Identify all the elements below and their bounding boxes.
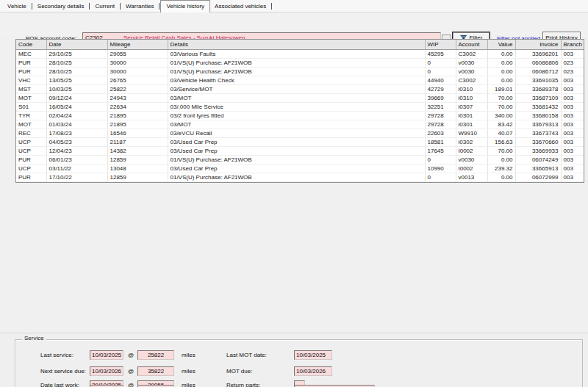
cell-invoice: 06086712	[515, 67, 561, 76]
cell-wip: 32251	[425, 102, 456, 111]
history-row[interactable]: VHC 13/05/25 26765 03/Vehicle Health Che…	[16, 76, 584, 84]
cell-mileage: 21187	[107, 137, 168, 146]
tab-current[interactable]: Current	[90, 1, 119, 12]
cell-value: 40.07	[487, 129, 515, 137]
cell-account: i0301	[456, 111, 487, 120]
miles-unit-label: miles	[182, 352, 196, 358]
cell-value: 0.00	[487, 49, 515, 58]
cell-mileage: 22634	[107, 102, 168, 111]
last-mot-date-input[interactable]: 10/03/2025	[294, 350, 332, 360]
cell-branch: 003	[561, 129, 584, 137]
cell-wip: 18581	[425, 137, 456, 146]
service-groupbox-legend: Service	[22, 335, 46, 341]
miles-unit-label: miles	[182, 382, 196, 387]
history-row[interactable]: PUR 28/10/25 30000 01/VS(U) Purchase: AF…	[16, 67, 584, 76]
cell-invoice: 33665913	[515, 164, 561, 173]
cell-date: 28/10/25	[46, 58, 107, 67]
cell-details: 03/,000 Mile Service	[168, 102, 425, 111]
cell-account: C3002	[456, 49, 487, 58]
cell-value: 0.00	[487, 173, 515, 181]
cell-branch: 003	[561, 111, 584, 120]
last-service-date-input[interactable]: 10/03/2025	[90, 350, 123, 360]
mot-due-input[interactable]: 10/03/2026	[294, 366, 332, 376]
history-row[interactable]: UCP 04/05/23 21187 03/Used Car Prep 1858…	[16, 137, 584, 146]
column-header-invoice[interactable]: Invoice	[515, 40, 561, 49]
cell-code: VHC	[16, 76, 46, 84]
cell-date: 04/05/23	[46, 137, 107, 146]
cell-branch: 003	[561, 76, 584, 84]
cell-value: 0.00	[487, 67, 515, 76]
cell-details: 03/MOT	[168, 120, 425, 129]
cell-mileage: 16546	[107, 129, 168, 137]
history-row[interactable]: PUR 06/01/23 12859 01/VS(U) Purchase: AF…	[16, 155, 584, 164]
column-header-branch[interactable]: Branch	[561, 40, 584, 49]
cell-date: 29/10/25	[46, 49, 107, 58]
history-row[interactable]: UCP 12/04/23 14382 03/Used Car Prep 1764…	[16, 146, 584, 155]
cell-details: 03/MOT	[168, 93, 425, 102]
cell-invoice: 33696201	[515, 49, 561, 58]
tab-separator	[32, 3, 32, 10]
cell-date: 03/11/22	[46, 164, 107, 173]
cell-wip: 0	[425, 155, 456, 164]
history-row[interactable]: MOT 01/03/24 21895 03/MOT 29728 i0301 83…	[16, 120, 584, 129]
cell-value: 0.00	[487, 76, 515, 84]
column-header-mileage[interactable]: Mileage	[107, 40, 168, 49]
history-row[interactable]: PUR 28/10/25 30000 01/VS(U) Purchase: AF…	[16, 58, 584, 67]
cell-details: 01/VS(U) Purchase: AF21WOB	[168, 155, 425, 164]
next-service-due-label: Next service due:	[40, 368, 86, 375]
cell-value: 70.00	[487, 93, 515, 102]
cell-mileage: 30000	[107, 67, 168, 76]
tab-vehicle-history[interactable]: Vehicle history	[160, 0, 210, 12]
cell-details: 01/VS(U) Purchase: AF21WOB	[168, 58, 425, 67]
tab-associated-vehicles[interactable]: Associated vehicles	[210, 1, 270, 12]
cell-value: 0.00	[487, 155, 515, 164]
column-header-account[interactable]: Account	[456, 40, 487, 49]
cell-account: i0310	[456, 93, 487, 102]
cell-mileage: 24943	[107, 93, 168, 102]
cell-date: 09/12/24	[46, 93, 107, 102]
cell-wip: 42729	[425, 84, 456, 93]
cell-account: i0302	[456, 137, 487, 146]
next-service-due-miles-input[interactable]: 35822	[137, 366, 174, 376]
tab-warranties[interactable]: Warranties	[121, 1, 158, 12]
cell-wip: 17645	[425, 146, 456, 155]
cell-branch: 003	[561, 49, 584, 58]
column-header-details[interactable]: Details	[168, 40, 425, 49]
history-row[interactable]: PUR 17/10/22 12859 01/VS(U) Purchase: AF…	[16, 173, 584, 181]
column-header-date[interactable]: Date	[46, 40, 107, 49]
column-header-value[interactable]: Value	[487, 40, 515, 49]
column-header-wip[interactable]: WIP	[425, 40, 456, 49]
cell-mileage: 26765	[107, 76, 168, 84]
next-service-due-date-input[interactable]: 10/03/2026	[90, 366, 123, 376]
history-row[interactable]: MEC 29/10/25 29055 03/Various Faults 452…	[16, 49, 584, 58]
tab-separator	[271, 3, 272, 10]
cell-details: 01/VS(U) Purchase: AF21WOB	[168, 173, 425, 181]
tab-secondary-details[interactable]: Secondary details	[33, 1, 89, 12]
cell-mileage: 14382	[107, 146, 168, 155]
cell-invoice: 06074249	[515, 155, 561, 164]
tab-vehicle[interactable]: Vehicle	[3, 1, 31, 12]
cell-invoice: 33687109	[515, 93, 561, 102]
cell-wip: 10990	[425, 164, 456, 173]
cell-account: W9910	[456, 129, 487, 137]
cell-invoice: 33689378	[515, 84, 561, 93]
history-row[interactable]: TYR 02/04/24 21895 03/2 front tyres fitt…	[16, 111, 584, 120]
cell-invoice: 06072999	[515, 173, 561, 181]
last-service-miles-input[interactable]: 25822	[137, 350, 174, 360]
column-header-code[interactable]: Code	[16, 40, 46, 49]
cell-wip: 29728	[425, 111, 456, 120]
history-row[interactable]: S01 16/05/24 22634 03/,000 Mile Service …	[16, 102, 584, 111]
history-row[interactable]: MST 10/03/25 25822 03/Service/MOT 42729 …	[16, 84, 584, 93]
history-row[interactable]: REC 17/08/23 16546 03/eVCU Recall 22603 …	[16, 129, 584, 137]
cell-mileage: 25822	[107, 84, 168, 93]
history-row[interactable]: MOT 09/12/24 24943 03/MOT 39669 i0310 70…	[16, 93, 584, 102]
mot-due-label: MOT due:	[226, 368, 252, 375]
cell-branch: 003	[561, 120, 584, 129]
cell-wip: 0	[425, 67, 456, 76]
history-row[interactable]: UCP 03/11/22 13048 03/Used Car Prep 1099…	[16, 164, 584, 173]
cell-code: TYR	[16, 111, 46, 120]
cell-branch: 003	[561, 164, 584, 173]
cell-wip: 29728	[425, 120, 456, 129]
cell-date: 16/05/24	[46, 102, 107, 111]
cell-value: 83.42	[487, 120, 515, 129]
